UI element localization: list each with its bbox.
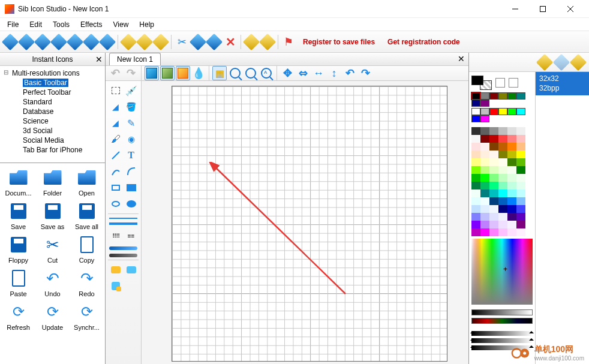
zoom-fit-button[interactable]: A	[259, 66, 274, 80]
fg-bg-swatch[interactable]	[471, 74, 533, 91]
text-tool[interactable]: T	[124, 148, 139, 163]
format-options-button[interactable]	[571, 55, 585, 70]
ellipse-fill-tool[interactable]	[124, 197, 139, 211]
palette-swatch[interactable]	[516, 197, 525, 205]
color-swatch[interactable]	[507, 92, 516, 100]
color-swatch[interactable]	[471, 92, 480, 100]
palette-swatch[interactable]	[507, 221, 516, 228]
canvas-viewport[interactable]	[142, 81, 468, 364]
icon-canvas[interactable]	[172, 86, 447, 362]
menu-tools[interactable]: Tools	[48, 19, 74, 30]
palette-swatch[interactable]	[480, 151, 489, 158]
palette-swatch[interactable]	[516, 205, 525, 213]
toolbar-export-button[interactable]	[83, 34, 99, 50]
palette-swatch[interactable]	[498, 174, 507, 182]
palette-swatch[interactable]	[489, 151, 498, 158]
palette-swatch[interactable]	[480, 135, 489, 143]
palette-swatch[interactable]	[507, 197, 516, 205]
tree-item[interactable]: Tab Bar for iPhone	[14, 145, 104, 155]
palette-swatch[interactable]	[498, 127, 507, 135]
toolbar-library3-button[interactable]	[260, 34, 275, 50]
rotate-ccw-button[interactable]: ↶	[342, 66, 357, 80]
palette-swatch[interactable]	[480, 197, 489, 205]
pencil-tool[interactable]: ✎	[124, 116, 139, 130]
toolbar-library-button[interactable]	[121, 34, 136, 50]
pattern-dots-tool[interactable]: ⠿⠿	[109, 228, 123, 243]
palette-swatch[interactable]	[471, 143, 480, 151]
menu-file[interactable]: File	[2, 19, 23, 30]
palette-swatch[interactable]	[507, 213, 516, 221]
palette-swatch[interactable]	[498, 182, 507, 189]
palette-swatch[interactable]	[516, 151, 525, 158]
palette-swatch[interactable]	[489, 143, 498, 151]
palette-swatch[interactable]	[516, 221, 525, 228]
color-swatch[interactable]	[471, 108, 480, 115]
action-redo[interactable]: ↷Redo	[71, 267, 103, 297]
alpha-slider-2[interactable]	[471, 338, 533, 343]
palette-swatch[interactable]	[516, 189, 525, 197]
palette-swatch[interactable]	[480, 127, 489, 135]
tree-item[interactable]: Standard	[14, 97, 104, 107]
get-code-link[interactable]: Get registration code	[381, 38, 466, 46]
palette-swatch[interactable]	[498, 143, 507, 151]
action-synchr-[interactable]: ⟳Synchr...	[71, 301, 103, 331]
action-paste[interactable]: Paste	[3, 267, 34, 297]
toolbar-flag-button[interactable]: ⚑	[281, 34, 296, 50]
tree-item[interactable]: Basic Toolbar	[14, 78, 104, 88]
resize-v-button[interactable]: ↕	[327, 66, 341, 80]
layer-blue-button[interactable]	[145, 66, 159, 80]
palette-swatch[interactable]	[480, 228, 489, 236]
arc-tool[interactable]	[124, 164, 139, 179]
palette-swatch[interactable]	[471, 221, 480, 228]
palette-swatch[interactable]	[489, 158, 498, 166]
shape-lib-1[interactable]	[109, 263, 123, 277]
action-refresh[interactable]: ⟳Refresh	[3, 301, 34, 331]
menu-effects[interactable]: Effects	[76, 19, 107, 30]
palette-swatch[interactable]	[489, 127, 498, 135]
grid-toggle-button[interactable]: ▦	[212, 66, 227, 80]
flip-h-button[interactable]: ⇔	[296, 66, 310, 80]
remove-format-button[interactable]	[554, 55, 569, 70]
palette-swatch[interactable]	[489, 228, 498, 236]
brush-tool[interactable]: 🖌	[109, 132, 123, 146]
palette-swatch[interactable]	[471, 135, 480, 143]
action-docum-[interactable]: Docum...	[3, 167, 34, 197]
action-cut[interactable]: ✂Cut	[37, 234, 68, 264]
color-swatch[interactable]	[480, 108, 489, 115]
menu-help[interactable]: Help	[134, 19, 159, 30]
brush-size-1[interactable]	[109, 218, 137, 219]
shape-lib-2[interactable]	[124, 263, 139, 277]
action-save-as[interactable]: Save as	[37, 200, 68, 230]
add-format-button[interactable]	[537, 55, 552, 70]
palette-swatch[interactable]	[471, 166, 480, 174]
palette-swatch[interactable]	[471, 174, 480, 182]
palette-swatch[interactable]	[498, 221, 507, 228]
palette-swatch[interactable]	[498, 189, 507, 197]
palette-swatch[interactable]	[498, 197, 507, 205]
palette-swatch[interactable]	[498, 228, 507, 236]
palette-swatch[interactable]	[489, 221, 498, 228]
instant-icons-close-button[interactable]: ✕	[95, 55, 103, 64]
move-tool-button[interactable]: ✥	[280, 66, 294, 80]
alpha-slider-1[interactable]	[471, 331, 533, 336]
palette-swatch[interactable]	[516, 213, 525, 221]
toolbar-copy-button[interactable]	[190, 34, 206, 50]
action-undo[interactable]: ↶Undo	[37, 267, 68, 297]
menu-view[interactable]: View	[109, 19, 134, 30]
color-swatch[interactable]	[516, 92, 525, 100]
palette-swatch[interactable]	[480, 205, 489, 213]
palette-swatch[interactable]	[507, 189, 516, 197]
action-open[interactable]: Open	[71, 167, 103, 197]
eyedropper-tool[interactable]: 💉	[124, 83, 139, 98]
grayscale-slider[interactable]	[471, 309, 533, 315]
palette-swatch[interactable]	[516, 166, 525, 174]
palette-swatch[interactable]	[489, 197, 498, 205]
palette-swatch[interactable]	[489, 213, 498, 221]
shape-lib-3[interactable]	[109, 279, 123, 293]
color-swatch[interactable]	[471, 115, 480, 122]
drop-tool-button[interactable]: 💧	[191, 66, 206, 80]
palette-swatch[interactable]	[516, 127, 525, 135]
color-swatch[interactable]	[480, 115, 489, 122]
palette-swatch[interactable]	[489, 182, 498, 189]
palette-swatch[interactable]	[498, 166, 507, 174]
